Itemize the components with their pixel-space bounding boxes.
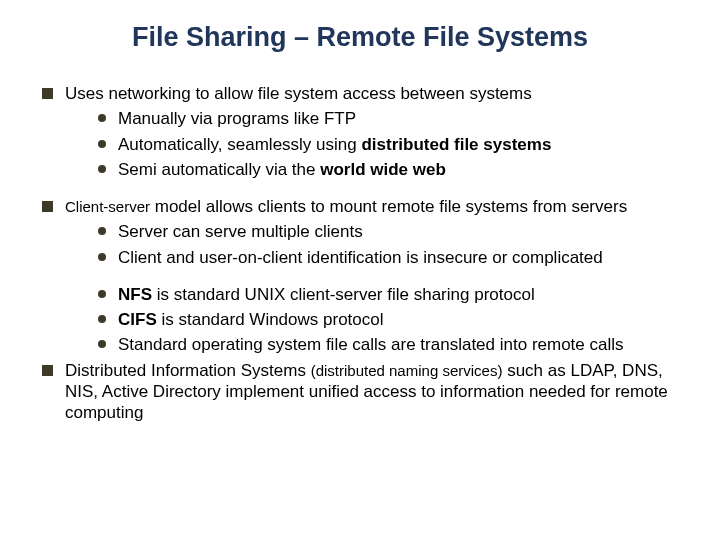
bullet-text: Client-server model allows clients to mo…	[65, 196, 682, 217]
subbullet-text: Automatically, seamlessly using distribu…	[118, 134, 682, 155]
square-bullet-icon	[42, 88, 53, 99]
subbullet-distributed-fs: Automatically, seamlessly using distribu…	[98, 134, 682, 155]
dot-bullet-icon	[98, 253, 106, 261]
dot-bullet-icon	[98, 290, 106, 298]
subbullet-text: Manually via programs like FTP	[118, 108, 682, 129]
dot-bullet-icon	[98, 227, 106, 235]
slide: File Sharing – Remote File Systems Uses …	[0, 0, 720, 540]
dot-bullet-icon	[98, 315, 106, 323]
subbullet-ftp: Manually via programs like FTP	[98, 108, 682, 129]
bullet-text: Uses networking to allow file system acc…	[65, 83, 682, 104]
subbullet-text: Semi automatically via the world wide we…	[118, 159, 682, 180]
dot-bullet-icon	[98, 114, 106, 122]
dot-bullet-icon	[98, 340, 106, 348]
subbullet-cifs: CIFS is standard Windows protocol	[98, 309, 682, 330]
bullet-distributed-info-systems: Distributed Information Systems (distrib…	[42, 360, 682, 424]
subbullet-multiple-clients: Server can serve multiple clients	[98, 221, 682, 242]
square-bullet-icon	[42, 201, 53, 212]
dot-bullet-icon	[98, 165, 106, 173]
bullet-networking: Uses networking to allow file system acc…	[42, 83, 682, 104]
square-bullet-icon	[42, 365, 53, 376]
bullet-client-server: Client-server model allows clients to mo…	[42, 196, 682, 217]
subbullet-identification: Client and user-on-client identification…	[98, 247, 682, 268]
dot-bullet-icon	[98, 140, 106, 148]
subbullet-remote-calls: Standard operating system file calls are…	[98, 334, 682, 355]
subbullet-text: NFS is standard UNIX client-server file …	[118, 284, 682, 305]
bullet-text: Distributed Information Systems (distrib…	[65, 360, 682, 424]
slide-title: File Sharing – Remote File Systems	[38, 22, 682, 53]
subbullet-text: Server can serve multiple clients	[118, 221, 682, 242]
subbullet-text: Standard operating system file calls are…	[118, 334, 682, 355]
subbullet-text: Client and user-on-client identification…	[118, 247, 682, 268]
subbullet-nfs: NFS is standard UNIX client-server file …	[98, 284, 682, 305]
subbullet-text: CIFS is standard Windows protocol	[118, 309, 682, 330]
subbullet-www: Semi automatically via the world wide we…	[98, 159, 682, 180]
